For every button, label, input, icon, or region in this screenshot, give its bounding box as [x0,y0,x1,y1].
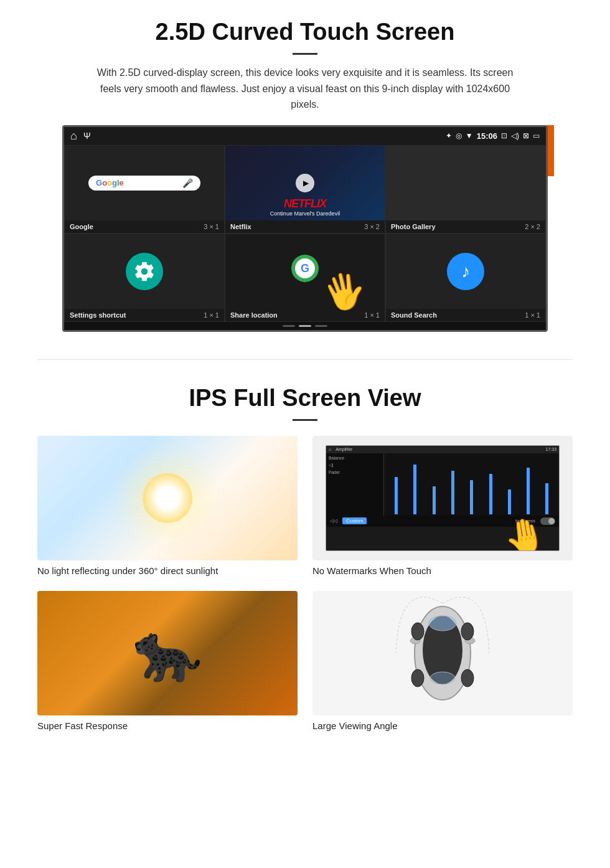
music-icon-circle: ♪ [447,253,484,290]
gallery-app-cell[interactable]: Photo Gallery 2 × 2 [385,145,546,234]
google-mic-icon: 🎤 [182,178,193,188]
eq-bar-9 [545,483,548,514]
app-grid: Google 🎤 Google 3 × 1 [64,145,546,322]
sun-circle [143,473,192,523]
wm-time: 17:33 [546,447,557,451]
car-top-view-svg [393,591,492,715]
window-icon: ▭ [533,131,540,140]
curved-screen-section: 2.5D Curved Touch Screen With 2.5D curve… [0,0,610,347]
wm-title: Amplifier [336,447,352,451]
settings-app-name: Settings shortcut [70,311,126,319]
svg-point-12 [461,669,474,687]
gallery-label-row: Photo Gallery 2 × 2 [386,220,545,233]
google-app-size: 3 × 1 [204,223,219,230]
netflix-subtitle: Continue Marvel's Daredevil [229,210,381,217]
settings-app-size: 1 × 1 [204,311,219,319]
cheetah-image: 🐆 [37,591,298,715]
wm-status-bar: ⌂ Amplifier 17:33 [326,446,559,453]
google-app-name: Google [70,223,93,230]
google-search-bar[interactable]: Google 🎤 [88,176,200,191]
wm-custom-btn: ◁◁ [330,518,337,524]
device-mockup: Screen Size 9" ⌂ Ψ ✦ ◎ ▼ 15:06 ⊡ ◁) ⊠ ▭ [62,125,548,332]
wifi-icon: ▼ [466,131,473,140]
cheetah-emoji: 🐆 [133,620,202,686]
eq-bar-5 [470,480,473,514]
sound-cell-inner: ♪ [386,234,545,309]
google-app-cell[interactable]: Google 🎤 Google 3 × 1 [64,145,225,234]
watermark-image: ⌂ Amplifier 17:33 Balance ◁) Fader [312,436,573,560]
sound-search-cell[interactable]: ♪ Sound Search 1 × 1 [385,234,546,322]
netflix-app-name: Netflix [230,223,251,230]
wm-eq-area: Balance ◁) Fader [326,453,559,516]
sunlight-rays [37,436,298,560]
status-right-icons: ✦ ◎ ▼ 15:06 ⊡ ◁) ⊠ ▭ [446,131,540,141]
svg-text:G: G [301,262,309,275]
cheetah-label: Super Fast Response [37,720,298,731]
svg-point-11 [411,669,424,687]
share-app-name: Share location [230,311,278,319]
eq-bar-7 [508,489,511,514]
watermark-hand-icon: 🤚 [500,512,550,550]
netflix-logo: NETFLIX [229,197,381,210]
sunlight-image [37,436,298,560]
svg-point-5 [429,616,456,631]
settings-app-cell[interactable]: Settings shortcut 1 × 1 [64,234,225,322]
netflix-cell-inner: NETFLIX Continue Marvel's Daredevil [225,146,385,220]
google-logo: Google [96,178,124,187]
close-icon: ⊠ [523,131,529,140]
sunlight-label: No light reflecting under 360° direct su… [37,565,298,576]
volume-icon: ◁) [511,131,519,140]
home-icon: ⌂ [70,130,77,143]
sound-app-name: Sound Search [391,311,437,319]
section2-underline [293,419,317,421]
gallery-cell-inner [386,146,545,220]
settings-label-row: Settings shortcut 1 × 1 [65,309,224,321]
scroll-dots [64,322,546,330]
share-location-cell[interactable]: G 🖐 Share location 1 × 1 [225,234,385,322]
section-divider [37,359,573,360]
netflix-overlay: NETFLIX Continue Marvel's Daredevil [225,146,385,220]
svg-point-6 [430,672,455,684]
gallery-app-size: 2 × 2 [525,223,540,230]
share-label-row: Share location 1 × 1 [225,309,385,321]
section1-description: With 2.5D curved-display screen, this de… [87,65,523,113]
eq-bar-3 [433,486,436,514]
eq-bar-6 [489,474,492,514]
feature-cheetah: 🐆 Super Fast Response [37,591,298,731]
feature-sunlight: No light reflecting under 360° direct su… [37,436,298,576]
sound-label-row: Sound Search 1 × 1 [386,309,545,321]
ips-screen-section: IPS Full Screen View No light reflecting… [0,372,610,750]
share-cell-inner: G 🖐 [225,234,385,309]
wm-home-icon: ⌂ [329,447,331,451]
title-underline [293,53,317,55]
wm-eq-bars [384,453,559,516]
google-cell-inner: Google 🎤 [65,146,224,220]
section2-title: IPS Full Screen View [37,385,573,412]
feature-car: Large Viewing Angle [312,591,573,731]
gear-icon [133,260,156,283]
location-icon: ◎ [456,131,462,140]
netflix-app-cell[interactable]: NETFLIX Continue Marvel's Daredevil Netf… [225,145,385,234]
status-time: 15:06 [477,131,497,141]
feature-grid: No light reflecting under 360° direct su… [37,436,573,731]
sound-app-size: 1 × 1 [525,311,540,319]
wm-sidebar: Balance ◁) Fader [326,453,385,516]
eq-bar-1 [395,477,398,514]
camera-icon: ⊡ [501,131,507,140]
gallery-app-name: Photo Gallery [391,223,436,230]
settings-icon-circle [126,253,163,290]
bluetooth-icon: ✦ [446,131,452,140]
svg-point-9 [411,623,424,640]
section1-title: 2.5D Curved Touch Screen [37,19,573,45]
svg-point-10 [461,623,474,640]
share-app-size: 1 × 1 [364,311,380,319]
eq-bar-2 [413,465,416,514]
watermark-label: No Watermarks When Touch [312,565,573,576]
google-label-row: Google 3 × 1 [65,220,224,233]
car-image [312,591,573,715]
eq-bar-4 [451,471,454,514]
wm-toggle-knob [548,518,555,524]
device-screen: ⌂ Ψ ✦ ◎ ▼ 15:06 ⊡ ◁) ⊠ ▭ [62,125,548,332]
wm-custom-label: Custom [342,517,367,524]
settings-cell-inner [65,234,224,309]
